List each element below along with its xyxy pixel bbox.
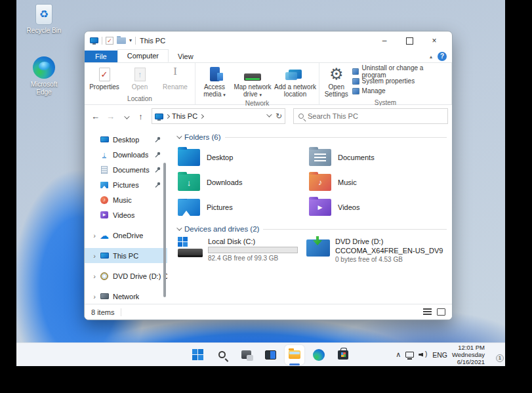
- breadcrumb[interactable]: This PC: [172, 112, 197, 120]
- this-pc-icon: [155, 114, 163, 119]
- sidebar-scrollbar[interactable]: [163, 163, 166, 297]
- properties-button[interactable]: ✓ Properties: [87, 65, 121, 91]
- sidebar-item-onedrive[interactable]: › ☁ OneDrive: [85, 228, 167, 243]
- up-button[interactable]: ↑: [134, 112, 148, 121]
- devices-section-header[interactable]: Devices and drives (2): [176, 225, 447, 233]
- items-count: 8 items: [91, 308, 121, 316]
- minimize-button[interactable]: –: [372, 33, 397, 49]
- rename-icon: [169, 68, 181, 81]
- folder-tile-videos[interactable]: ▶ Videos: [309, 195, 440, 220]
- tab-computer[interactable]: Computer: [117, 49, 169, 62]
- details-view-icon[interactable]: [423, 308, 432, 316]
- close-button[interactable]: ×: [422, 33, 447, 49]
- network-tray-icon[interactable]: [405, 352, 414, 358]
- breadcrumb-chevron-icon[interactable]: [199, 114, 204, 118]
- taskbar-search-button[interactable]: [212, 345, 232, 365]
- sidebar-item-videos[interactable]: ▶ Videos: [85, 207, 167, 222]
- ribbon-group-location: ✓ Properties ↑ Open Rename Location: [85, 63, 195, 104]
- uninstall-program-icon: [352, 68, 359, 75]
- folders-section-header[interactable]: Folders (6): [176, 133, 447, 141]
- add-network-location-button[interactable]: Add a network location: [274, 65, 316, 98]
- separator: [102, 37, 102, 45]
- manage-button[interactable]: Manage: [352, 87, 449, 95]
- sidebar-item-dvd-drive[interactable]: › DVD Drive (D:) CC: [85, 268, 167, 283]
- clock[interactable]: 12:01 PM Wednesday 6/16/2021: [452, 344, 485, 365]
- sidebar-item-this-pc[interactable]: › This PC: [85, 248, 167, 263]
- breadcrumb-chevron-icon[interactable]: [165, 114, 170, 118]
- volume-tray-icon[interactable]: [419, 351, 428, 359]
- task-view-button[interactable]: [236, 345, 256, 365]
- show-hidden-icons-chevron-icon[interactable]: ∧: [396, 350, 401, 359]
- pin-icon: [155, 152, 161, 157]
- folder-tile-desktop[interactable]: Desktop: [178, 145, 309, 170]
- expand-chevron-icon[interactable]: ›: [90, 293, 99, 300]
- desktop-icon: [100, 136, 109, 142]
- windows-logo-icon: [192, 349, 203, 360]
- language-indicator[interactable]: ENG: [432, 351, 447, 359]
- collapse-section-chevron-icon[interactable]: [176, 133, 182, 138]
- this-pc-icon: [100, 253, 109, 259]
- system-properties-button[interactable]: System properties: [352, 77, 449, 85]
- sidebar-item-network[interactable]: › Network: [85, 289, 167, 304]
- collapse-ribbon-chevron-icon[interactable]: ▴: [430, 54, 432, 60]
- edge-taskbar-button[interactable]: [309, 345, 329, 365]
- desktop-icon-label: Recycle Bin: [18, 27, 70, 35]
- new-folder-quick-icon[interactable]: [117, 37, 126, 44]
- task-view-icon: [241, 350, 251, 359]
- folder-tile-documents[interactable]: Documents: [309, 145, 440, 170]
- drive-tile-dvd[interactable]: DVD Drive (D:) CCCOMA_X64FRE_EN-US_DV9 0…: [306, 237, 443, 263]
- tab-file[interactable]: File: [85, 51, 117, 62]
- pin-icon: [155, 136, 161, 142]
- properties-icon: ✓: [99, 68, 110, 81]
- taskbar: ∧ ENG 12:01 PM Wednesday 6/16/2021 1: [16, 342, 505, 366]
- store-taskbar-button[interactable]: [333, 345, 353, 365]
- ribbon-group-label: Location: [87, 94, 192, 104]
- access-media-button[interactable]: Access media ▾: [198, 65, 231, 98]
- drive-tile-local-disk[interactable]: Local Disk (C:) 82.4 GB free of 99.3 GB: [178, 237, 306, 263]
- widgets-button[interactable]: [260, 345, 280, 365]
- folder-tile-music[interactable]: ♪ Music: [309, 170, 440, 195]
- address-dropdown-chevron-icon[interactable]: [266, 112, 272, 117]
- dropdown-caret-icon: ▾: [223, 93, 226, 97]
- navigation-pane: Desktop ↓ Downloads Documents: [85, 127, 167, 304]
- sidebar-item-downloads[interactable]: ↓ Downloads: [85, 147, 167, 162]
- sidebar-item-pictures[interactable]: Pictures: [85, 177, 167, 192]
- sidebar-item-music[interactable]: ♪ Music: [85, 192, 167, 207]
- desktop-icon-microsoft-edge[interactable]: Microsoft Edge: [18, 56, 70, 96]
- recent-locations-chevron-icon[interactable]: [119, 112, 133, 121]
- window-title: This PC: [140, 37, 165, 45]
- desktop-icon-recycle-bin[interactable]: ♻ Recycle Bin: [18, 4, 70, 35]
- folder-tile-pictures[interactable]: Pictures: [178, 195, 309, 220]
- search-icon: [298, 114, 304, 119]
- search-box[interactable]: [293, 108, 448, 124]
- collapse-section-chevron-icon[interactable]: [176, 225, 182, 230]
- pin-icon: [155, 167, 161, 173]
- address-bar[interactable]: This PC ↻: [152, 108, 285, 124]
- sidebar-item-desktop[interactable]: Desktop: [85, 132, 167, 147]
- properties-quick-icon[interactable]: ✓: [106, 37, 113, 45]
- capacity-bar: [208, 247, 298, 253]
- title-bar[interactable]: ✓ ▾ This PC – ×: [85, 31, 452, 49]
- help-button[interactable]: ?: [438, 52, 447, 61]
- system-properties-icon: [352, 78, 359, 85]
- videos-folder-icon: ▶: [309, 199, 331, 216]
- customize-toolbar-chevron-icon[interactable]: ▾: [129, 37, 132, 43]
- search-input[interactable]: [308, 112, 443, 120]
- tab-view[interactable]: View: [169, 51, 203, 62]
- expand-chevron-icon[interactable]: ›: [90, 272, 99, 280]
- folders-grid: Desktop Documents ↓ Downloads ♪ Music: [178, 145, 447, 220]
- file-explorer-taskbar-button[interactable]: [285, 345, 304, 365]
- folder-tile-downloads[interactable]: ↓ Downloads: [178, 170, 309, 195]
- notification-center-button[interactable]: 1: [489, 350, 501, 360]
- map-network-drive-button[interactable]: Map network drive ▾: [232, 65, 273, 98]
- back-button[interactable]: ←: [89, 112, 102, 121]
- expand-chevron-icon[interactable]: ›: [90, 252, 99, 260]
- open-settings-button[interactable]: ⚙ Open Settings: [322, 65, 351, 98]
- start-button[interactable]: [188, 345, 207, 365]
- uninstall-program-button[interactable]: Uninstall or change a program: [352, 67, 449, 75]
- maximize-button[interactable]: [397, 33, 422, 49]
- large-icons-view-icon[interactable]: [437, 308, 445, 316]
- refresh-icon[interactable]: ↻: [276, 112, 282, 121]
- sidebar-item-documents[interactable]: Documents: [85, 162, 167, 177]
- expand-chevron-icon[interactable]: ›: [90, 232, 99, 239]
